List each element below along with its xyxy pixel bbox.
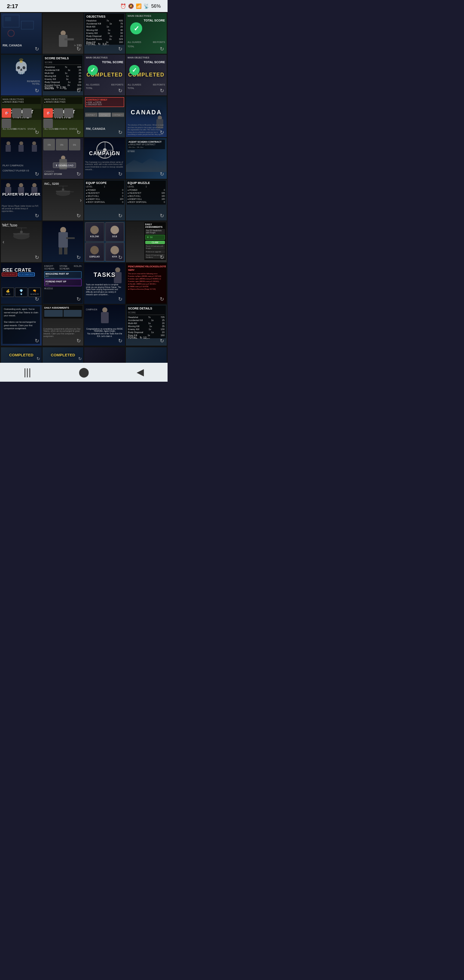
battery-label: 56% — [151, 3, 161, 9]
cell-free-crate-7-1[interactable]: REE CRATE BLOOD MONEY BLUE DIAMONDS 💰 ★5… — [1, 263, 42, 304]
cell-7-3-refresh[interactable]: ↻ — [118, 296, 122, 302]
cell-5-2-gunlabel: INC., S200 — [44, 182, 59, 185]
cell-campaign-download-4-2[interactable]: 0% 0% 0% ⬇ DOWNLOAD CANADA MOUNT STORM ↻ — [43, 138, 83, 179]
cell-6-3-refresh[interactable]: ↻ — [118, 254, 122, 260]
nav-menu-btn[interactable]: ||| — [24, 367, 31, 378]
cell-7-4-refresh[interactable]: ↻ — [160, 296, 164, 302]
cell-4-3-desc: The Campaign is a narrative-driven serie… — [85, 161, 124, 171]
cell-6-2-refresh[interactable]: ↻ — [76, 254, 81, 260]
cell-gun-inc-5-2[interactable]: INC., S200 › ↻ — [43, 180, 83, 220]
cell-completed-2-3[interactable]: MAIN OBJECTIVES COMPLETED TOTAL SCORE ✓ … — [84, 55, 125, 95]
cell-error-7-4[interactable]: PENCURRENCYBLOCKEDLOOTBOX SERV The serve… — [126, 263, 167, 304]
cell-equip-scope-5-3[interactable]: EQUIP SCOPE LEVEL 1 ♦ POWER0 ♦ HEADSHOT0… — [84, 180, 125, 220]
cell-5-3-equip-panel: EQUIP SCOPE LEVEL 1 ♦ POWER0 ♦ HEADSHOT0… — [85, 181, 124, 205]
cell-bottom-2-label: COMPLETED — [51, 353, 75, 357]
cell-agent-portrait-1[interactable]: 💀 ♛ REWARDSTOTAL ↻ — [1, 55, 42, 95]
cell-2-2-refresh[interactable]: ↻ — [76, 88, 81, 94]
cell-play-campaign-4-1[interactable]: PLAY CAMPAIGN CONTRACT PLAYER V3 ↻ — [1, 138, 42, 179]
cell-contract-map-1[interactable]: CONTRACT 1 CONTRACT 2 CONTRACT 3 RM, CAN… — [1, 13, 42, 54]
cell-7-1-refresh[interactable]: ↻ — [35, 296, 39, 302]
cell-1-4-points: 600 POINTS — [153, 41, 165, 43]
cell-4-1-refresh[interactable]: ↻ — [35, 171, 39, 177]
cell-bottom-2[interactable]: COMPLETED ↻ — [43, 347, 83, 363]
cell-3-4-refresh[interactable]: ↻ — [160, 129, 164, 135]
cell-8-2-refresh[interactable]: ↻ — [76, 338, 81, 344]
cell-6-1-gunlabel: INC., S200 — [3, 224, 17, 227]
cell-5-2-refresh[interactable]: ↻ — [76, 213, 81, 219]
cell-bottom-2-refresh[interactable]: ↻ — [78, 356, 82, 361]
cell-7-2-refresh[interactable]: ↻ — [76, 296, 81, 302]
cell-contract-active-3-1[interactable]: MAIN OBJECTIVES ● BONUS OBJECTIVES CONTR… — [1, 96, 42, 137]
cell-bottom-3[interactable] — [84, 347, 125, 363]
nav-home-btn[interactable]: ⬤ — [79, 367, 89, 378]
cell-4-4-refresh[interactable]: ↻ — [160, 171, 164, 177]
cell-5-2-next[interactable]: › — [80, 197, 82, 203]
cell-3-2-refresh[interactable]: ↻ — [76, 129, 81, 135]
svg-rect-2 — [21, 21, 34, 29]
cell-score-detail-final-8-4[interactable]: SCORE DETAILS SCORE Headshot7x705 Accide… — [126, 305, 167, 346]
cell-6-4-daily-title: DAILY ASSIGNMENTS — [145, 223, 165, 228]
cell-1-2-refresh[interactable]: ↻ — [76, 46, 81, 52]
cell-2-3-main-obj: MAIN OBJECTIVES — [86, 56, 123, 59]
cell-daily-complete-8-2[interactable]: DAILY ASSIGNMENTS Completing assignments… — [43, 305, 83, 346]
cell-5-3-refresh[interactable]: ↻ — [118, 213, 122, 219]
cell-tasks-7-3[interactable]: TASKS Tasks are rewarded tasks to comple… — [84, 263, 125, 304]
cell-2-3-allguards: ALL GUARDS — [86, 83, 100, 86]
cell-5-4-refresh[interactable]: ↻ — [160, 213, 164, 219]
cell-6-4-star-amount: 50 — [150, 236, 153, 239]
cell-3-3-refresh[interactable]: ↻ — [118, 129, 122, 135]
svg-rect-1 — [5, 17, 11, 21]
cell-2-1-refresh[interactable]: ↻ — [35, 88, 39, 94]
cell-bottom-1-refresh[interactable]: ↻ — [37, 356, 40, 361]
cell-equip-muzzle-5-4[interactable]: EQUIP MUZZLE LEVEL 1 ♦ POWER0 ♦ HEADSHOT… — [126, 180, 167, 220]
cell-1-3-refresh[interactable]: ↻ — [118, 46, 122, 52]
cell-score-details-2[interactable]: SCORE DETAILS SCORE Headshot7x405 Accide… — [43, 55, 83, 95]
cell-contract-active-3-2[interactable]: MAIN OBJECTIVES ● BONUS OBJECTIVES CONTR… — [43, 96, 83, 137]
cell-bottom-4[interactable] — [126, 347, 167, 363]
cell-contract-brief-3-3[interactable]: CONTRACT BRIEF ● KAN● CINTIE ● BREAKER B… — [84, 96, 125, 137]
cell-campaign-info-4-3[interactable]: CAMPAIGN The Campaign is a narrative-dri… — [84, 138, 125, 179]
cell-6-1-refresh[interactable]: ↻ — [35, 254, 39, 260]
cell-8-4-total: TOTAL ↻ 12,... — [128, 336, 150, 340]
mute-icon: 🔕 — [128, 3, 134, 9]
cell-5-1-refresh[interactable]: ↻ — [35, 213, 39, 219]
cell-1-3-score-panel: OBJECTIVES Headshot7x405 Accidental Kill… — [85, 14, 124, 45]
cell-schema-7-2[interactable]: KNIGHT SCHEMA STONE SCHEMA KOLZA MAGAZIN… — [43, 263, 83, 304]
cell-3-1-refresh[interactable]: ↻ — [35, 129, 39, 135]
cell-congrats-8-3[interactable]: CAMPAIGN Congratulations on completing y… — [84, 305, 125, 346]
cell-6-4-claim[interactable]: CLAIM — [145, 241, 165, 244]
cell-score-mini-1[interactable]: OBJECTIVES Headshot7x405 Accidental Kill… — [84, 13, 125, 54]
cell-4-3-refresh[interactable]: ↻ — [118, 171, 122, 177]
cell-pvp-5-1[interactable]: PLAYER VS PLAYER Player Versus Player, b… — [1, 180, 42, 220]
nav-back-btn[interactable]: ◀ — [137, 367, 144, 378]
cell-4-2-download[interactable]: ⬇ DOWNLOAD — [53, 162, 76, 168]
cell-figure-rifle-1[interactable]: ≈ 330 ↻ — [43, 13, 83, 54]
cell-3-1-pts: 600 POINTS STATUE — [14, 128, 36, 130]
bottom-partial-row: COMPLETED ↻ COMPLETED ↻ — [0, 346, 168, 363]
cell-1-1-refresh[interactable]: ↻ — [35, 46, 39, 52]
cell-3-4-lore: The shadow of Storm Mountain. Where a si… — [128, 98, 165, 135]
cell-portraits-6-3[interactable]: KOLZAK SOJI ESPELHO KIYA ↻ — [84, 221, 125, 262]
cell-6-1-prev[interactable]: ‹ — [3, 239, 4, 245]
cell-canada-3-4[interactable]: CANADA The shadow of Storm Mountain. Whe… — [126, 96, 167, 137]
cell-8-3-refresh[interactable]: ↻ — [118, 338, 122, 344]
cell-outstanding-8-1[interactable]: Outstanding work, agent. You've earned e… — [1, 305, 42, 346]
cell-gun-inc2-6-1[interactable]: ◉◉◉◉ INC., S200 ‹ ↻ — [1, 221, 42, 262]
cell-4-2-refresh[interactable]: ↻ — [76, 171, 81, 177]
cell-8-4-refresh[interactable]: ↻ — [160, 338, 164, 344]
cell-total-score-1[interactable]: MAIN OBJECTIVES TOTAL SCORE ✓ ALL GUARDS… — [126, 13, 167, 54]
cell-agent-stand-6-2[interactable]: ↻ — [43, 221, 83, 262]
cell-1-1-bottomlabel: RM, CANADA — [3, 44, 22, 47]
svg-point-6 — [62, 188, 64, 191]
cell-8-1-refresh[interactable]: ↻ — [35, 338, 39, 344]
cell-7-1-freecrate: REE CRATE — [3, 267, 31, 273]
cell-2-3-refresh[interactable]: ↻ — [118, 88, 122, 94]
cell-daily-6-4[interactable]: DAILY ASSIGNMENTS Get 20 Headshots with … — [126, 221, 167, 262]
cell-agent-schema-4-4[interactable]: AGENT SCHEMA CONTRACT ● RIFLE PART XP CO… — [126, 138, 167, 179]
cell-4-2-subloc: MOUNT STORM — [44, 173, 62, 175]
cell-completed-2-4[interactable]: MAIN OBJECTIVES COMPLETED TOTAL SCORE ✓ … — [126, 55, 167, 95]
cell-1-4-refresh[interactable]: ↻ — [160, 46, 164, 52]
cell-6-4-refresh[interactable]: ↻ — [160, 254, 164, 260]
cell-2-4-refresh[interactable]: ↻ — [160, 88, 164, 94]
cell-bottom-1[interactable]: COMPLETED ↻ — [1, 347, 42, 363]
